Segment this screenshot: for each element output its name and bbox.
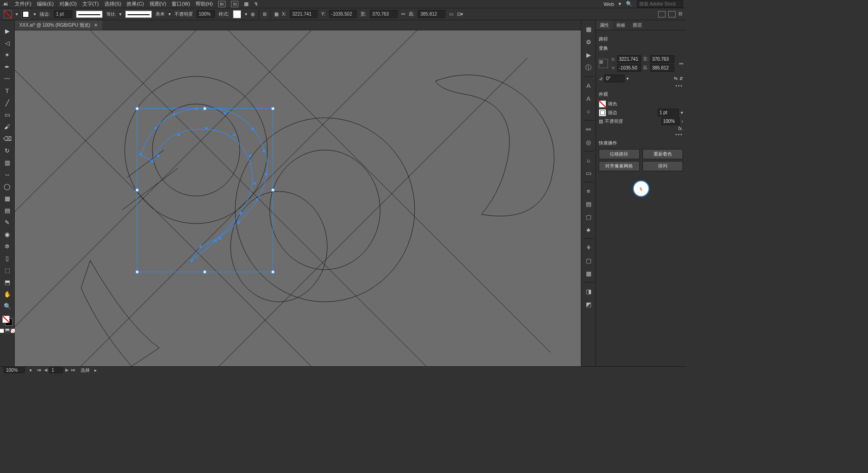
eyedropper-tool[interactable]: ✎	[2, 217, 13, 227]
image-trace-panel-icon[interactable]: ▦	[584, 268, 594, 278]
paintbrush-tool[interactable]: 🖌	[2, 121, 13, 132]
brushes-panel-icon[interactable]: ▢	[584, 212, 594, 222]
align-panel-icon[interactable]: ≡	[584, 186, 594, 196]
stock-icon[interactable]: St	[231, 1, 238, 7]
play-panel-icon[interactable]: ▶	[584, 50, 594, 60]
grid-snap-panel-icon[interactable]: ▭	[584, 168, 594, 178]
column-graph-tool[interactable]: ▯	[2, 253, 13, 263]
align-pixel-button[interactable]: 对齐像素网格	[599, 161, 640, 171]
fx-label[interactable]: fx.	[678, 126, 683, 131]
shape-builder-tool[interactable]: ◯	[2, 181, 13, 191]
menu-help[interactable]: 帮助(H)	[196, 0, 213, 7]
prefs-icon[interactable]	[668, 11, 676, 17]
drawing-mode-icons[interactable]	[0, 329, 15, 333]
zoom-tool[interactable]: 🔍	[2, 301, 13, 311]
menu-select[interactable]: 选择(S)	[104, 0, 122, 7]
sync-icon[interactable]: ↯	[254, 1, 258, 7]
menu-effect[interactable]: 效果(C)	[127, 0, 144, 7]
rectangle-tool[interactable]: ▭	[2, 110, 13, 120]
chevron-down-icon[interactable]: ▾	[245, 12, 247, 17]
chevron-down-icon[interactable]: ▾	[119, 12, 122, 17]
pen-tool[interactable]: ✒	[2, 62, 13, 72]
recolor-icon[interactable]: ◍	[251, 12, 255, 17]
next-artboard-icon[interactable]: ▶	[64, 367, 69, 373]
transform-icon[interactable]: ▦	[274, 12, 278, 17]
flip-h-icon[interactable]: ⇋	[674, 76, 677, 81]
chevron-right-icon[interactable]: ▸	[94, 368, 97, 373]
document-tab[interactable]: XXX.ai* @ 100% (RGB/GPU 预览) ✕	[15, 20, 102, 30]
arrange-button[interactable]: 排列	[642, 161, 683, 171]
rotate-tool[interactable]: ↻	[2, 145, 13, 156]
gradient-tool[interactable]: ▤	[2, 205, 13, 215]
blend-tool[interactable]: ◉	[2, 229, 13, 239]
chevron-down-icon[interactable]: ▾	[16, 12, 18, 17]
magic-wand-tool[interactable]: ✶	[2, 50, 13, 60]
menu-flyout-icon[interactable]: ⊟	[678, 11, 682, 17]
stroke-weight-input[interactable]	[658, 109, 679, 116]
canvas[interactable]	[15, 30, 581, 366]
link-wh-icon[interactable]: ⚯	[679, 61, 683, 66]
transparency-panel-icon[interactable]: ◨	[584, 286, 594, 296]
arrange-docs-icon[interactable]: ▦	[244, 1, 249, 7]
w-input[interactable]	[370, 10, 398, 18]
first-artboard-icon[interactable]: ⏮	[36, 367, 42, 373]
stroke-panel-panel-icon[interactable]: ◩	[584, 299, 594, 309]
doc-setup-icon[interactable]	[658, 11, 665, 17]
eraser-tool[interactable]: ⌫	[2, 133, 13, 144]
chevron-down-icon[interactable]: ▾	[168, 12, 171, 17]
graphic-styles-panel-icon[interactable]: ⚘	[584, 242, 594, 253]
flip-v-icon[interactable]: ⇵	[679, 76, 683, 81]
settings-panel-icon[interactable]: ⚙	[584, 37, 594, 47]
x-input[interactable]	[290, 10, 318, 18]
chevron-down-icon[interactable]: ▾	[29, 368, 32, 373]
fill-swatch[interactable]	[599, 100, 606, 108]
stroke-swatch[interactable]	[22, 10, 30, 18]
chevron-right-icon[interactable]: ›	[682, 119, 683, 124]
fill-swatch[interactable]	[4, 10, 12, 18]
prop-y-input[interactable]	[617, 64, 641, 72]
curvature-tool[interactable]: 〰	[2, 74, 13, 84]
zoom-input[interactable]	[4, 367, 25, 373]
artboard-num-input[interactable]	[49, 367, 63, 373]
align-icon[interactable]: ⊞	[263, 12, 266, 17]
menu-type[interactable]: 文字(T)	[82, 0, 99, 7]
chevron-down-icon[interactable]: ▾	[34, 12, 36, 17]
prop-w-input[interactable]	[650, 55, 674, 63]
artboard-tool[interactable]: ⬚	[2, 265, 13, 275]
link-wh-icon[interactable]: ⚯	[401, 12, 405, 17]
opacity-input[interactable]	[661, 117, 680, 125]
link-panel-icon[interactable]: ⚯	[584, 124, 594, 134]
stroke-weight-input[interactable]	[54, 10, 72, 18]
y-input[interactable]	[329, 10, 357, 18]
symbols-panel-icon[interactable]: ♣	[584, 225, 594, 235]
prop-x-input[interactable]	[617, 55, 641, 63]
menu-file[interactable]: 文件(F)	[15, 0, 31, 7]
menu-window[interactable]: 窗口(W)	[172, 0, 190, 7]
library-panel-icon[interactable]: ▦	[584, 24, 594, 34]
direct-select-tool[interactable]: ◁	[2, 38, 13, 48]
isolate-icon[interactable]: ⊡▾	[457, 12, 463, 17]
fill-stroke-swatch[interactable]	[2, 316, 12, 326]
chevron-down-icon[interactable]: ▾	[619, 1, 621, 7]
angle-input[interactable]	[604, 75, 625, 82]
reference-point-icon[interactable]: ⊞	[599, 59, 608, 68]
width-tool[interactable]: ↔	[2, 169, 13, 179]
mesh-tool[interactable]: ▦	[2, 193, 13, 203]
more-icon[interactable]: •••	[599, 83, 683, 88]
menu-view[interactable]: 视图(V)	[150, 0, 167, 7]
ellipse-panel-icon[interactable]: ○	[584, 106, 594, 116]
opacity-input[interactable]	[197, 10, 215, 18]
hand-tool[interactable]: ✋	[2, 289, 13, 299]
scale-tool[interactable]: ▥	[2, 157, 13, 167]
search-input[interactable]	[637, 0, 683, 8]
prev-artboard-icon[interactable]: ◀	[43, 367, 48, 373]
recolor-button[interactable]: 重新着色	[642, 149, 683, 159]
menu-object[interactable]: 对象(O)	[59, 0, 77, 7]
text-tool[interactable]: T	[2, 86, 13, 96]
style-swatch[interactable]	[233, 10, 241, 18]
cc-lib-panel-icon[interactable]: ◎	[584, 137, 594, 147]
workspace-preset[interactable]: Web	[604, 1, 614, 7]
symbol-sprayer-tool[interactable]: ✲	[2, 241, 13, 251]
mask-panel-icon[interactable]: ☼	[584, 155, 594, 165]
swatches-panel-icon[interactable]: ▢	[584, 255, 594, 265]
